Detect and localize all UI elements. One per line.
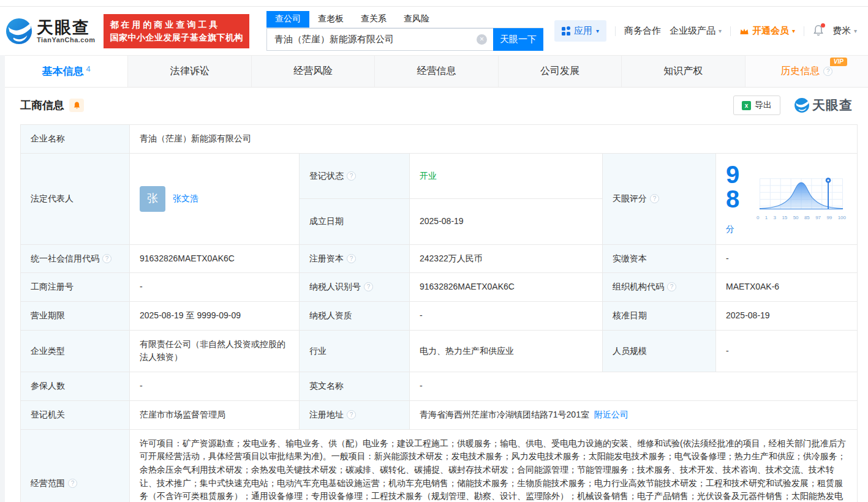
taxpayer-id-value: 91632826MAETX0AK6C	[410, 273, 603, 302]
help-icon[interactable]: ?	[364, 282, 373, 291]
search-tabs: 查公司 查老板 查关系 查风险	[266, 11, 543, 28]
business-term-value: 2025-08-19 至 9999-09-09	[130, 302, 300, 331]
business-scope-value: 许可项目：矿产资源勘查；发电业务、输电业务、供（配）电业务；建设工程施工；供暖服…	[130, 429, 858, 502]
english-name-value: -	[410, 372, 858, 401]
section-header: 工商信息 x 导出 天眼查	[5, 88, 868, 122]
field-label: 注册资本?	[300, 244, 410, 273]
help-icon[interactable]: ?	[823, 67, 832, 76]
crown-icon	[739, 27, 749, 36]
export-button[interactable]: x 导出	[733, 96, 780, 115]
notification-bell-icon[interactable]	[813, 24, 824, 38]
paid-capital-value: -	[716, 244, 858, 273]
vip-badge: VIP	[830, 58, 847, 66]
help-icon[interactable]: ?	[347, 254, 356, 263]
score-distribution-chart: 01 315 5085 9799 100	[755, 176, 847, 222]
field-label: 英文名称	[300, 372, 410, 401]
chevron-down-icon: ▾	[854, 28, 857, 34]
tab-intellectual-property[interactable]: 知识产权	[622, 56, 745, 87]
reg-status-value: 开业	[420, 171, 437, 181]
table-row: 登记机关 茫崖市市场监督管理局 注册地址? 青海省海西州茫崖市冷湖镇团结路71号…	[21, 400, 858, 429]
search-button[interactable]: 天眼一下	[493, 28, 543, 51]
search-input[interactable]	[267, 34, 493, 45]
help-icon[interactable]: ?	[102, 254, 111, 263]
reg-capital-value: 242322万人民币	[410, 244, 603, 273]
slogan-line2: 国家中小企业发展子基金旗下机构	[110, 31, 243, 44]
table-row: 统一社会信用代码? 91632826MAETX0AK6C 注册资本? 24232…	[21, 244, 858, 273]
help-icon[interactable]: ?	[68, 479, 77, 488]
tianyancha-logo[interactable]: 天眼查 TianYanCha.com	[5, 17, 95, 45]
tab-operation-info[interactable]: 经营信息	[375, 56, 498, 87]
field-label: 经营范围?	[21, 429, 130, 502]
notification-dot	[821, 23, 825, 28]
top-strip	[0, 0, 868, 7]
search-tab-relation[interactable]: 查关系	[352, 11, 395, 28]
search-tab-boss[interactable]: 查老板	[309, 11, 352, 28]
field-label: 统一社会信用代码?	[21, 244, 130, 273]
business-info-table: 企业名称 青油（茫崖）新能源有限公司 法定代表人 张 张文浩 登记状态? 开业 …	[20, 124, 858, 502]
tyc-score-cell[interactable]: 98分	[716, 153, 858, 244]
company-name-value: 青油（茫崖）新能源有限公司	[130, 125, 858, 154]
divider	[804, 26, 804, 36]
help-icon[interactable]: ?	[650, 194, 659, 203]
help-icon[interactable]: ?	[347, 171, 356, 181]
subscribe-bell-icon[interactable]	[69, 99, 84, 112]
nearby-companies-link[interactable]: 附近公司	[594, 410, 628, 419]
nav-cooperation[interactable]: 商务合作	[624, 25, 661, 37]
username: 费米	[832, 25, 851, 37]
legal-rep-link[interactable]: 张文浩	[173, 192, 198, 206]
score-value: 98	[726, 161, 739, 212]
field-label: 企业名称	[21, 125, 130, 154]
table-row: 企业名称 青油（茫崖）新能源有限公司	[21, 125, 858, 154]
nav-enterprise[interactable]: 企业级产品 ▾	[670, 25, 722, 37]
tab-operation-risk[interactable]: 经营风险	[252, 56, 375, 87]
table-row: 经营范围? 许可项目：矿产资源勘查；发电业务、输电业务、供（配）电业务；建设工程…	[21, 429, 858, 502]
help-icon[interactable]: ?	[347, 410, 356, 419]
help-icon[interactable]: ?	[667, 282, 676, 291]
tab-legal-litigation[interactable]: 法律诉讼	[128, 56, 251, 87]
staff-size-value: -	[716, 330, 858, 372]
approval-date-value: 2025-08-19	[716, 302, 858, 331]
tab-history-info[interactable]: 历史信息 ? VIP	[745, 56, 868, 87]
search-tab-risk[interactable]: 查风险	[395, 11, 438, 28]
field-label: 核准日期	[603, 302, 716, 331]
slogan-line1: 都在用的商业查询工具	[110, 18, 243, 31]
search-area: 查公司 查老板 查关系 查风险 × 天眼一下	[266, 11, 543, 51]
tab-basic-info[interactable]: 基本信息 4	[5, 56, 128, 87]
excel-icon: x	[742, 101, 751, 110]
taxpayer-quality-value: -	[410, 302, 603, 331]
credit-code-value: 91632826MAETX0AK6C	[130, 244, 300, 273]
table-row: 法定代表人 张 张文浩 登记状态? 开业 天眼评分? 98分	[21, 153, 858, 199]
score-unit: 分	[726, 224, 734, 234]
search-tab-company[interactable]: 查公司	[266, 11, 309, 28]
industry-value: 电力、热力生产和供应业	[410, 330, 603, 372]
field-label: 企业类型	[21, 330, 130, 372]
field-label: 法定代表人	[21, 153, 130, 244]
field-label: 行业	[300, 330, 410, 372]
logo-brand-text: 天眼查	[37, 19, 95, 36]
nav-open-vip[interactable]: 开通会员 ▾	[739, 25, 795, 37]
main-content: 基本信息 4 法律诉讼 经营风险 经营信息 公司发展 知识产权 历史信息 ? V…	[5, 55, 868, 502]
field-label: 天眼评分?	[603, 153, 716, 244]
user-menu[interactable]: 费米 ▾	[832, 25, 857, 37]
clear-search-icon[interactable]: ×	[477, 34, 487, 45]
legal-rep-avatar[interactable]: 张	[140, 186, 165, 212]
field-label: 实缴资本	[603, 244, 716, 273]
table-row: 营业期限 2025-08-19 至 9999-09-09 纳税人资质 - 核准日…	[21, 302, 858, 331]
field-label: 参保人数	[21, 372, 130, 401]
tianyancha-logo-icon	[5, 17, 33, 45]
field-label: 人员规模	[603, 330, 716, 372]
tab-company-development[interactable]: 公司发展	[499, 56, 622, 87]
table-row: 工商注册号 - 纳税人识别号? 91632826MAETX0AK6C 组织机构代…	[21, 273, 858, 302]
tab-count-badge: 4	[86, 64, 91, 73]
apps-grid-icon	[562, 27, 570, 36]
logo-domain-text: TianYanCha.com	[37, 36, 95, 43]
field-label: 注册地址?	[300, 400, 410, 429]
page-tabs: 基本信息 4 法律诉讼 经营风险 经营信息 公司发展 知识产权 历史信息 ? V…	[5, 55, 868, 88]
section-title: 工商信息	[20, 98, 64, 113]
chevron-down-icon: ▾	[596, 28, 599, 34]
reg-address-cell: 青海省海西州茫崖市冷湖镇团结路71号201室 附近公司	[410, 400, 858, 429]
field-label: 登记状态?	[300, 153, 410, 199]
apps-menu[interactable]: 应用 ▾	[554, 20, 606, 42]
legal-rep-cell: 张 张文浩	[130, 153, 300, 244]
divider	[730, 26, 731, 36]
